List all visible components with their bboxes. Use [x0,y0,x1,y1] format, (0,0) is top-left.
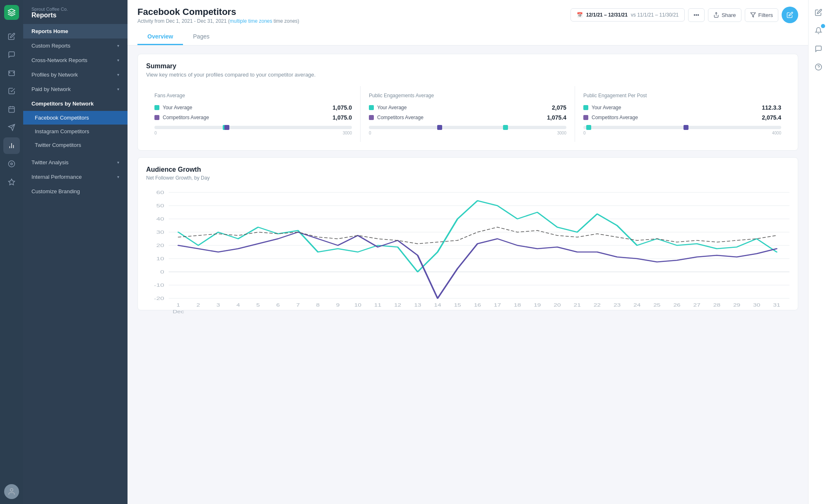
tab-overview[interactable]: Overview [137,29,183,45]
sidebar-item-custom-reports[interactable]: Custom Reports ▾ [23,38,128,53]
sidebar-sub-facebook-competitors[interactable]: Facebook Competitors [23,111,128,125]
filters-button[interactable]: Filters [745,8,778,22]
sidebar-item-paid-by-network[interactable]: Paid by Network ▾ [23,82,128,96]
sidebar-item-customize-branding[interactable]: Customize Branding [23,184,128,199]
chevron-down-icon: ▾ [117,175,119,179]
svg-text:10: 10 [354,303,361,307]
your-avg-label: Your Average [377,105,407,110]
post-progress-track [583,126,781,129]
svg-text:11: 11 [374,303,381,307]
sidebar-item-cross-network[interactable]: Cross-Network Reports ▾ [23,53,128,67]
svg-text:30: 30 [156,230,164,235]
svg-text:9: 9 [336,303,340,307]
nav-compose[interactable] [3,28,20,45]
nav-messages[interactable] [3,46,20,63]
audience-growth-title: Audience Growth [146,166,789,173]
svg-text:14: 14 [434,303,441,307]
svg-text:15: 15 [454,303,461,307]
your-avg-label: Your Average [592,105,621,110]
metric-eng-your-row: Your Average 2,075 [369,104,566,111]
svg-text:4: 4 [236,303,240,307]
nav-tasks[interactable] [3,83,20,99]
teal-line [178,201,777,272]
share-label: Share [722,12,736,18]
svg-text:7: 7 [296,303,300,307]
post-teal-marker [586,125,591,130]
purple-line [178,232,777,298]
chevron-down-icon: ▾ [117,43,119,48]
your-avg-value: 112.3.3 [762,104,781,111]
metric-engagements: Public Engagements Average Your Average … [361,86,575,142]
svg-marker-11 [9,179,15,185]
svg-text:28: 28 [713,303,720,307]
chevron-down-icon: ▾ [117,72,119,77]
metric-fans-comp-row: Competitors Average 1,075.0 [154,114,352,121]
sidebar-item-competitors-by-network[interactable]: Competitors by Network [23,96,128,111]
svg-text:22: 22 [594,303,601,307]
edit-button[interactable] [782,7,798,23]
right-panel [808,0,828,504]
date-range-button[interactable]: 📅 12/1/21 – 12/31/21 vs 11/1/21 – 11/30/… [570,8,685,22]
tab-pages[interactable]: Pages [183,29,219,45]
purple-dot [154,115,159,120]
metric-post-your-row: Your Average 112.3.3 [583,104,781,111]
svg-text:Dec: Dec [173,310,184,314]
nav-publish[interactable] [3,119,20,136]
user-avatar[interactable] [4,484,19,499]
right-icon-notifications[interactable] [811,23,826,38]
timezone-link[interactable]: multiple time zones [230,18,272,24]
company-name: Sprout Coffee Co. [31,7,119,12]
sidebar-brand: Sprout Coffee Co. Reports [23,0,128,21]
svg-text:3: 3 [217,303,220,307]
nav-listening[interactable] [3,156,20,172]
calendar-icon: 📅 [577,12,583,18]
audience-growth-card: Audience Growth Net Follower Growth, by … [137,157,798,310]
metric-fans-your-row: Your Average 1,075.0 [154,104,352,111]
svg-text:17: 17 [494,303,501,307]
svg-text:26: 26 [673,303,680,307]
sidebar-sub-twitter-competitors[interactable]: Twitter Competitors [23,138,128,152]
svg-marker-14 [751,13,756,17]
svg-text:12: 12 [394,303,401,307]
date-range-text: 12/1/21 – 12/31/21 [586,12,628,18]
comp-avg-label: Competitors Average [592,115,638,120]
sidebar-item-internal-performance[interactable]: Internal Performance ▾ [23,170,128,184]
svg-text:20: 20 [554,303,561,307]
nav-reports[interactable] [3,137,20,154]
right-icon-help[interactable] [811,60,826,74]
right-icon-edit[interactable] [811,5,826,20]
filters-label: Filters [758,12,773,18]
svg-text:30: 30 [753,303,760,307]
teal-dot [369,105,374,110]
metric-fans-label: Fans Average [154,93,352,98]
main-header: Facebook Competitors Activity from Dec 1… [128,0,808,46]
svg-point-10 [11,163,13,165]
ellipsis-icon: ••• [693,12,699,18]
your-avg-value: 1,075.0 [332,104,352,111]
nav-reviews[interactable] [3,174,20,190]
header-actions: 📅 12/1/21 – 12/31/21 vs 11/1/21 – 11/30/… [570,7,798,23]
svg-text:25: 25 [653,303,660,307]
right-icon-chat[interactable] [811,41,826,56]
app-logo[interactable] [4,5,19,20]
page-title-section: Facebook Competitors Activity from Dec 1… [137,7,299,24]
sidebar-sub-instagram-competitors[interactable]: Instagram Competitors [23,125,128,138]
nav-inbox[interactable] [3,65,20,81]
svg-text:20: 20 [156,243,164,248]
svg-text:-10: -10 [154,283,164,288]
sidebar-item-reports-home[interactable]: Reports Home [23,24,128,38]
sidebar-item-profiles-by-network[interactable]: Profiles by Network ▾ [23,67,128,82]
sidebar-item-twitter-analysis[interactable]: Twitter Analysis ▾ [23,155,128,170]
eng-teal-marker [503,125,508,130]
post-axis: 0 4000 [583,131,781,135]
teal-dot [583,105,588,110]
svg-text:19: 19 [534,303,541,307]
svg-text:2: 2 [197,303,200,307]
svg-text:50: 50 [156,203,164,208]
svg-text:21: 21 [574,303,581,307]
svg-text:5: 5 [256,303,260,307]
nav-calendar[interactable] [3,101,20,118]
more-options-button[interactable]: ••• [688,8,705,22]
share-button[interactable]: Share [708,8,741,22]
svg-text:27: 27 [693,303,700,307]
